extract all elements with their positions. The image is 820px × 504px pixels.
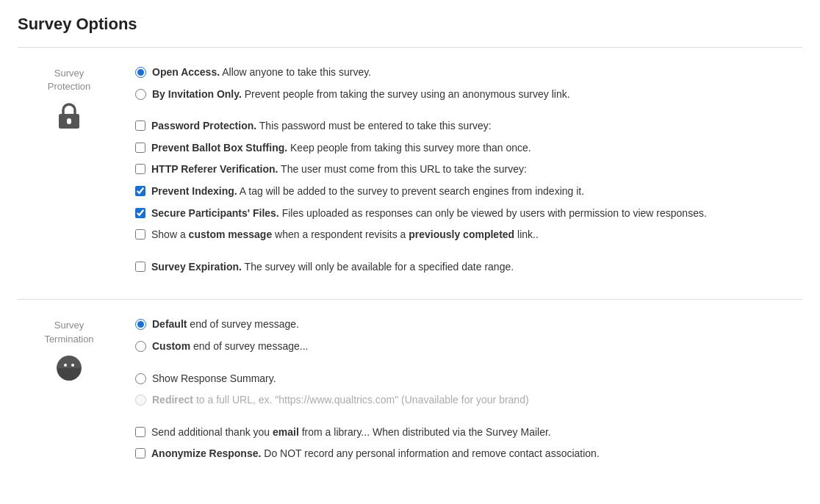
secure-files-checkbox[interactable] <box>135 208 145 218</box>
custom-message-option: Show a custom message when a respondent … <box>135 228 802 242</box>
custom-end-message-radio[interactable] <box>135 341 146 352</box>
redirect-radio[interactable] <box>135 395 146 406</box>
custom-message-text: Show a custom message when a respondent … <box>151 228 539 242</box>
default-message-radio[interactable] <box>135 319 146 330</box>
password-protection-option: Password Protection. This password must … <box>135 119 802 134</box>
thank-you-email-checkbox[interactable] <box>135 427 145 437</box>
ballot-box-checkbox[interactable] <box>135 143 145 153</box>
survey-termination-content: Default end of survey message. Custom en… <box>121 317 802 469</box>
survey-expiration-option: Survey Expiration. The survey will only … <box>135 260 802 275</box>
thank-you-email-text: Send additional thank you email from a l… <box>151 425 551 440</box>
svg-rect-1 <box>67 118 71 124</box>
secure-files-text: Secure Participants' Files. Files upload… <box>151 206 707 221</box>
show-response-summary-text: Show Response Summary. <box>152 372 276 386</box>
open-access-option: Open Access. Allow anyone to take this s… <box>135 65 802 80</box>
show-response-summary-option: Show Response Summary. <box>135 372 802 386</box>
show-response-summary-radio[interactable] <box>135 373 146 384</box>
http-referer-option: HTTP Referer Verification. The user must… <box>135 162 802 177</box>
prevent-indexing-text: Prevent Indexing. A tag will be added to… <box>151 184 584 199</box>
svg-point-4 <box>71 364 74 367</box>
survey-termination-section: SurveyTermination Default end of survey … <box>18 300 802 486</box>
custom-end-message-text: Custom end of survey message... <box>152 339 308 354</box>
open-access-text: Open Access. Allow anyone to take this s… <box>152 65 371 80</box>
redirect-text: Redirect to a full URL, ex. "https://www… <box>152 393 529 408</box>
custom-end-message-option: Custom end of survey message... <box>135 339 802 354</box>
section-label-termination: SurveyTermination <box>18 317 121 469</box>
open-access-radio[interactable] <box>135 67 146 78</box>
survey-expiration-text: Survey Expiration. The survey will only … <box>151 260 514 275</box>
prevent-indexing-checkbox[interactable] <box>135 186 145 196</box>
password-protection-text: Password Protection. This password must … <box>151 119 492 134</box>
survey-protection-section: SurveyProtection Open Access. Allow anyo… <box>18 48 802 299</box>
section-label-text-termination: SurveyTermination <box>44 319 93 345</box>
prevent-indexing-option: Prevent Indexing. A tag will be added to… <box>135 184 802 199</box>
anonymize-response-text: Anonymize Response. Do NOT record any pe… <box>151 447 600 461</box>
invitation-only-text: By Invitation Only. Prevent people from … <box>152 87 570 102</box>
ballot-box-option: Prevent Ballot Box Stuffing. Keep people… <box>135 141 802 156</box>
password-protection-checkbox[interactable] <box>135 120 145 131</box>
ballot-box-text: Prevent Ballot Box Stuffing. Keep people… <box>151 141 531 156</box>
anonymize-response-checkbox[interactable] <box>135 448 145 458</box>
section-label-protection: SurveyProtection <box>18 65 121 281</box>
secure-files-option: Secure Participants' Files. Files upload… <box>135 206 802 221</box>
section-label-text-protection: SurveyProtection <box>48 67 91 93</box>
termination-icon <box>56 355 82 381</box>
thank-you-email-option: Send additional thank you email from a l… <box>135 425 802 440</box>
invitation-only-radio[interactable] <box>135 89 146 100</box>
default-message-text: Default end of survey message. <box>152 317 299 332</box>
default-message-option: Default end of survey message. <box>135 317 802 332</box>
custom-message-checkbox[interactable] <box>135 229 145 240</box>
survey-expiration-checkbox[interactable] <box>135 262 145 272</box>
anonymize-response-option: Anonymize Response. Do NOT record any pe… <box>135 447 802 461</box>
redirect-option: Redirect to a full URL, ex. "https://www… <box>135 393 802 408</box>
http-referer-checkbox[interactable] <box>135 164 145 174</box>
survey-protection-content: Open Access. Allow anyone to take this s… <box>121 65 802 281</box>
http-referer-text: HTTP Referer Verification. The user must… <box>151 162 527 177</box>
invitation-only-option: By Invitation Only. Prevent people from … <box>135 87 802 102</box>
page-title: Survey Options <box>18 15 802 34</box>
svg-point-3 <box>64 364 67 367</box>
lock-icon <box>57 102 81 130</box>
